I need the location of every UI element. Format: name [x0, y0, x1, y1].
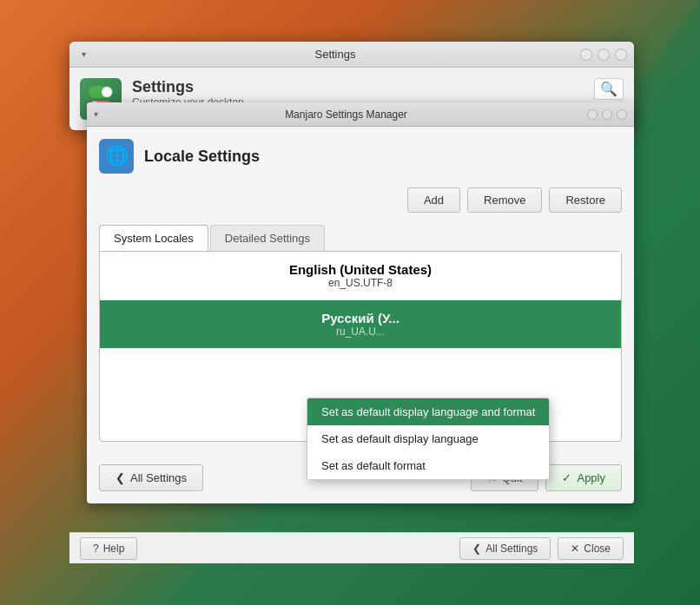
locale-globe-icon: 🌐 — [99, 139, 134, 174]
context-menu: Set as default display language and form… — [307, 398, 550, 480]
locale-english-name: English (United States) — [114, 262, 607, 277]
settings-back-icon: ❮ — [472, 543, 481, 555]
toggle-thumb-on — [102, 87, 112, 97]
tabs: System Locales Detailed Settings — [99, 225, 622, 251]
locale-title: Locale Settings — [144, 148, 260, 166]
settings-search[interactable]: 🔍 — [594, 78, 624, 100]
msm-dropdown-icon[interactable]: ▾ — [94, 109, 98, 119]
list-item[interactable]: English (United States) en_US.UTF-8 — [100, 252, 621, 300]
add-button[interactable]: Add — [407, 187, 460, 213]
back-icon: ❮ — [116, 471, 125, 484]
all-settings-button[interactable]: ❮ All Settings — [99, 464, 203, 491]
context-menu-item-default-format[interactable]: Set as default format — [307, 452, 549, 479]
settings-close-button[interactable]: ✕ Close — [558, 537, 624, 560]
settings-titlebar: ▾ Settings — [69, 42, 634, 68]
search-icon: 🔍 — [600, 81, 617, 97]
msm-titlebar-btns — [587, 109, 627, 120]
toggle-row-1 — [89, 86, 113, 98]
msm-minimize-button[interactable] — [602, 109, 612, 120]
settings-all-settings-button[interactable]: ❮ All Settings — [459, 537, 551, 560]
msm-close-button[interactable] — [617, 109, 627, 120]
toggle-on[interactable] — [89, 86, 113, 98]
titlebar-left: ▾ — [76, 48, 90, 62]
settings-footer: ? Help ❮ All Settings ✕ Close — [69, 532, 634, 563]
msm-body: 🌐 Locale Settings Add Remove Restore Sys… — [87, 127, 634, 454]
locale-header: 🌐 Locale Settings — [99, 139, 622, 174]
restore-button[interactable]: Restore — [549, 187, 622, 213]
msm-window: ▾ Manjaro Settings Manager 🌐 Locale Sett… — [87, 102, 634, 503]
settings-footer-right: ❮ All Settings ✕ Close — [459, 537, 624, 560]
help-icon: ? — [93, 543, 99, 555]
minimize-button[interactable] — [580, 49, 592, 61]
tab-detailed-settings[interactable]: Detailed Settings — [210, 225, 325, 251]
locale-russian-name: Русский (У... — [114, 311, 607, 326]
settings-window-title: Settings — [90, 48, 580, 61]
close-button[interactable] — [615, 49, 627, 61]
msm-titlebar: ▾ Manjaro Settings Manager — [87, 102, 634, 127]
settings-app-title: Settings — [132, 78, 584, 96]
remove-button[interactable]: Remove — [467, 187, 542, 213]
locale-english-code: en_US.UTF-8 — [114, 277, 607, 289]
maximize-button[interactable] — [598, 49, 610, 61]
locale-russian-code: ru_UA.U... — [114, 326, 607, 338]
tab-content: English (United States) en_US.UTF-8 Русс… — [99, 251, 622, 442]
context-menu-item-default-display-lang[interactable]: Set as default display language — [307, 425, 549, 452]
apply-button[interactable]: ✓ Apply — [545, 464, 622, 491]
tab-system-locales[interactable]: System Locales — [99, 225, 208, 251]
context-menu-item-default-display-lang-format[interactable]: Set as default display language and form… — [307, 398, 549, 425]
apply-icon: ✓ — [562, 471, 571, 484]
titlebar-dropdown-icon[interactable]: ▾ — [76, 48, 90, 62]
list-item[interactable]: Русский (У... ru_UA.U... — [100, 300, 621, 349]
help-button[interactable]: ? Help — [80, 537, 137, 560]
titlebar-buttons — [580, 49, 627, 61]
msm-window-title: Manjaro Settings Manager — [105, 109, 587, 121]
action-buttons: Add Remove Restore — [99, 187, 622, 213]
settings-close-icon: ✕ — [571, 543, 579, 555]
msm-shade-button[interactable] — [587, 109, 598, 120]
locale-list: English (United States) en_US.UTF-8 Русс… — [100, 252, 621, 349]
